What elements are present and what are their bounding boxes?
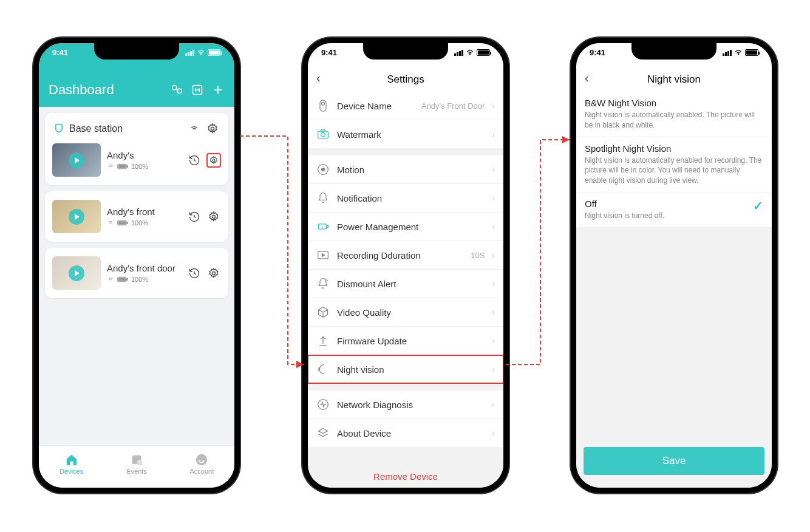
device-thumbnail[interactable] — [52, 256, 101, 290]
row-label: Notification — [337, 193, 485, 203]
settings-row-device-name[interactable]: Device Name Andy's Front Door › — [308, 92, 503, 120]
svg-point-3 — [211, 128, 214, 131]
night-vision-body: B&W Night Vision Night vision is automat… — [576, 92, 772, 489]
chevron-right-icon: › — [492, 101, 495, 111]
tab-label: Account — [189, 468, 214, 475]
wifi-icon — [107, 220, 114, 226]
wifi-icon — [107, 163, 114, 169]
history-icon[interactable] — [187, 266, 202, 281]
battery-icon — [477, 49, 490, 56]
settings-row-power[interactable]: Power Management › — [308, 213, 503, 241]
svg-rect-9 — [118, 222, 125, 225]
share-icon[interactable] — [170, 83, 183, 97]
device-thumbnail[interactable] — [52, 143, 101, 177]
plus-icon[interactable] — [211, 83, 225, 97]
settings-row-network[interactable]: Network Diagnosis › — [308, 390, 503, 419]
settings-row-dismount[interactable]: Dismount Alert › — [308, 270, 503, 298]
row-label: Power Management — [337, 222, 485, 232]
device-row[interactable]: Andy's front door 100% — [52, 253, 221, 293]
svg-point-1 — [177, 89, 182, 93]
device-card: Andy's front 100% — [45, 191, 228, 242]
battery-icon — [745, 49, 758, 56]
chevron-right-icon: › — [492, 165, 495, 174]
status-time: 9:41 — [321, 48, 337, 57]
diagnosis-icon — [316, 398, 330, 411]
settings-row-notification[interactable]: Notification › — [308, 184, 503, 213]
chevron-right-icon: › — [492, 336, 495, 346]
settings-row-motion[interactable]: Motion › — [308, 155, 503, 184]
tab-devices[interactable]: Devices — [39, 446, 104, 482]
gear-icon[interactable] — [206, 210, 221, 224]
power-icon — [316, 220, 330, 233]
gear-icon[interactable] — [206, 266, 221, 281]
settings-row-about[interactable]: About Device › — [308, 419, 503, 447]
device-row[interactable]: Andy's front 100% — [52, 196, 221, 237]
back-button[interactable]: ‹ — [316, 71, 321, 85]
battery-level: 100% — [131, 163, 148, 170]
option-bw[interactable]: B&W Night Vision Night vision is automat… — [576, 92, 772, 137]
page-title: Settings — [387, 73, 424, 86]
settings-row-firmware[interactable]: Firmware Update › — [308, 327, 503, 355]
wifi-icon — [189, 124, 199, 133]
svg-rect-10 — [127, 222, 128, 224]
row-value: 10S — [471, 251, 485, 260]
chevron-right-icon: › — [492, 250, 495, 260]
option-spotlight[interactable]: Spotlight Night Vision Night vision is a… — [576, 137, 772, 193]
chevron-right-icon: › — [492, 307, 495, 317]
chevron-right-icon: › — [492, 193, 495, 203]
device-thumbnail[interactable] — [52, 200, 101, 233]
back-button[interactable]: ‹ — [585, 71, 589, 85]
home-icon — [65, 453, 78, 466]
row-label: Video Quality — [337, 307, 485, 318]
phone-night-vision: 9:41 ‹ Night vision B&W Night Vision Nig… — [571, 38, 777, 493]
svg-rect-14 — [127, 279, 128, 281]
row-label: Recording Dduration — [337, 250, 463, 261]
history-icon[interactable] — [187, 153, 202, 168]
settings-row-watermark[interactable]: Watermark › — [308, 120, 503, 148]
device-name: Andy's — [107, 150, 181, 160]
chevron-right-icon: › — [492, 129, 495, 139]
svg-rect-13 — [118, 278, 125, 281]
page-title: Dashboard — [49, 82, 114, 98]
settings-row-night-vision[interactable]: Night vision › — [308, 355, 503, 383]
check-icon: ✓ — [753, 199, 763, 213]
history-icon[interactable] — [187, 210, 202, 224]
wifi-icon — [197, 49, 205, 56]
svg-point-7 — [213, 159, 215, 162]
signal-icon — [185, 50, 194, 56]
chevron-right-icon: › — [492, 364, 495, 374]
chevron-right-icon: › — [492, 222, 495, 231]
cube-icon — [316, 305, 330, 319]
grid-icon[interactable] — [191, 83, 204, 97]
svg-point-22 — [321, 133, 325, 137]
battery-icon — [117, 163, 128, 169]
home-icon — [53, 123, 64, 134]
device-name: Andy's front door — [107, 263, 181, 273]
row-label: About Device — [337, 428, 485, 438]
option-off[interactable]: Off Night vision is turned off. ✓ — [576, 193, 772, 228]
tab-label: Devices — [60, 468, 83, 475]
device-name: Andy's front — [107, 206, 181, 217]
base-station-row[interactable]: Base station — [52, 118, 221, 140]
tab-account[interactable]: Account — [169, 446, 234, 482]
chevron-right-icon: › — [492, 279, 495, 288]
row-label: Watermark — [337, 129, 485, 140]
account-icon — [195, 453, 208, 466]
tab-events[interactable]: Events — [104, 446, 169, 482]
settings-row-recording[interactable]: Recording Dduration 10S › — [308, 241, 503, 270]
gear-icon[interactable] — [206, 153, 221, 168]
battery-level: 100% — [131, 219, 148, 227]
device-row[interactable]: Andy's 100% — [52, 140, 221, 180]
battery-icon — [117, 220, 128, 226]
remove-device-button[interactable]: Remove Device — [308, 462, 503, 489]
settings-row-video-quality[interactable]: Video Quality › — [308, 298, 503, 327]
layers-icon — [316, 426, 330, 440]
dashboard-body: Base station Andy's 100% — [39, 107, 234, 455]
option-title: Off — [585, 199, 664, 209]
alert-icon — [316, 277, 330, 290]
svg-rect-27 — [327, 225, 328, 227]
save-button[interactable]: Save — [584, 447, 764, 475]
row-value: Andy's Front Door — [421, 101, 485, 111]
gear-icon[interactable] — [205, 121, 220, 136]
events-icon — [130, 453, 143, 466]
